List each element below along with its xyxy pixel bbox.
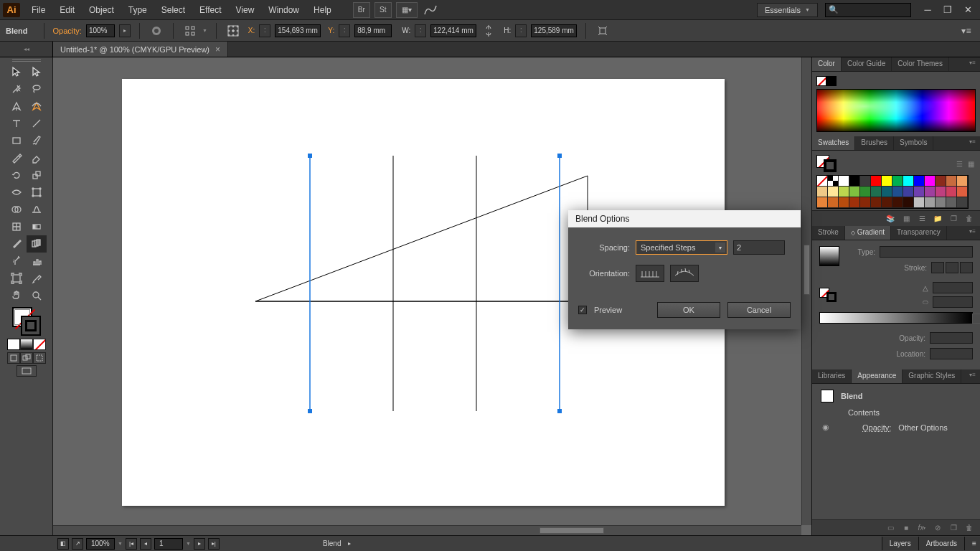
swatch[interactable] <box>860 197 871 208</box>
shape-builder-tool[interactable] <box>6 201 27 218</box>
width-tool[interactable] <box>6 184 27 201</box>
swatch[interactable] <box>903 176 914 187</box>
status-icon-2[interactable]: ↗ <box>72 538 83 550</box>
swatch[interactable] <box>946 197 957 208</box>
add-effect-icon[interactable]: fx▾ <box>917 523 927 533</box>
tab-color-guide[interactable]: Color Guide <box>842 57 892 71</box>
menu-type[interactable]: Type <box>121 3 154 17</box>
swatch[interactable] <box>914 197 925 208</box>
tab-stroke[interactable]: Stroke <box>812 226 845 240</box>
appearance-contents-label[interactable]: Contents <box>848 408 880 417</box>
stroke-align-2[interactable] <box>946 262 958 273</box>
stroke-align-3[interactable] <box>960 262 973 273</box>
panel-menu-icon[interactable]: ▾≡ <box>965 57 980 71</box>
tab-symbols[interactable]: Symbols <box>894 136 933 150</box>
swatch[interactable] <box>860 187 871 197</box>
column-graph-tool[interactable] <box>27 253 47 270</box>
swatch[interactable] <box>817 176 828 187</box>
artboard-tool[interactable] <box>6 270 27 287</box>
symbol-sprayer-tool[interactable] <box>6 253 27 270</box>
gradient-tool[interactable] <box>27 218 47 235</box>
swatch-grid[interactable] <box>816 175 969 209</box>
color-stroke-swatch[interactable] <box>826 76 837 86</box>
artboard-number-field[interactable]: 1 <box>154 538 183 550</box>
visibility-icon[interactable]: ◉ <box>821 423 831 432</box>
gradient-aspect-field[interactable] <box>933 296 973 308</box>
menu-object[interactable]: Object <box>82 3 121 17</box>
pen-tool[interactable] <box>6 98 27 115</box>
isolate-icon[interactable] <box>595 23 611 39</box>
menu-select[interactable]: Select <box>154 3 192 17</box>
tab-swatches[interactable]: Swatches <box>812 136 855 150</box>
stroke-align-1[interactable] <box>931 262 944 273</box>
gradient-location-field[interactable] <box>930 348 973 359</box>
opacity-field[interactable]: 100% <box>86 24 115 37</box>
swatch[interactable] <box>946 187 957 197</box>
clear-appearance-icon[interactable]: ⊘ <box>933 523 943 533</box>
opacity-dropdown-button[interactable]: ▸ <box>119 24 131 37</box>
tab-transparency[interactable]: Transparency <box>891 226 947 240</box>
horizontal-scrollbar[interactable] <box>53 525 801 535</box>
last-artboard-button[interactable]: ▸| <box>208 538 220 550</box>
constrain-proportions-icon[interactable] <box>481 23 496 39</box>
swatch[interactable] <box>871 197 882 208</box>
stock-icon[interactable]: St <box>374 2 392 18</box>
none-mode-button[interactable] <box>33 339 46 350</box>
slice-tool[interactable] <box>27 270 47 287</box>
menu-view[interactable]: View <box>229 3 262 17</box>
swatch[interactable] <box>925 176 936 187</box>
pencil-tool[interactable] <box>6 149 27 166</box>
lasso-tool[interactable] <box>27 80 47 98</box>
fill-stroke-control[interactable] <box>11 306 42 337</box>
h-stepper[interactable]: ⁚ <box>515 24 527 37</box>
list-view-icon[interactable]: ☰ <box>954 159 964 169</box>
spacing-select[interactable]: Specified Steps ▼ <box>636 240 727 255</box>
orientation-align-page-button[interactable] <box>636 265 664 282</box>
menu-effect[interactable]: Effect <box>192 3 228 17</box>
swatches-fill-stroke[interactable] <box>816 155 837 172</box>
gradient-preview[interactable] <box>819 246 839 266</box>
swatch[interactable] <box>828 197 839 208</box>
delete-item-icon[interactable]: 🗑 <box>964 523 974 533</box>
first-artboard-button[interactable]: |◂ <box>126 538 137 550</box>
duplicate-item-icon[interactable]: ❐ <box>948 523 958 533</box>
w-stepper[interactable]: ⁚ <box>415 24 426 37</box>
rotate-tool[interactable] <box>6 166 27 184</box>
eyedropper-tool[interactable] <box>6 235 27 253</box>
line-tool[interactable] <box>27 115 47 132</box>
paintbrush-tool[interactable] <box>27 132 47 149</box>
thumbnail-view-icon[interactable]: ▦ <box>966 159 976 169</box>
swatch[interactable] <box>860 176 871 187</box>
gradient-opacity-field[interactable] <box>930 332 973 344</box>
tab-color-themes[interactable]: Color Themes <box>892 57 949 71</box>
tab-layers[interactable]: Layers <box>882 537 918 550</box>
swatch[interactable] <box>839 176 849 187</box>
control-bar-menu-icon[interactable]: ▾≡ <box>958 23 974 39</box>
screen-mode-button[interactable] <box>17 365 37 377</box>
swatch[interactable] <box>936 176 946 187</box>
menu-help[interactable]: Help <box>306 3 339 17</box>
x-field[interactable]: 154,693 mm <box>275 24 321 37</box>
color-fill-swatch[interactable] <box>816 76 826 86</box>
tab-appearance[interactable]: Appearance <box>852 369 903 383</box>
stroke-swatch[interactable] <box>21 316 41 336</box>
color-mode-button[interactable] <box>7 339 20 350</box>
swatch[interactable] <box>882 187 892 197</box>
panel-menu-icon[interactable]: ▾≡ <box>965 369 980 383</box>
blend-tool[interactable] <box>27 235 47 253</box>
document-tab[interactable]: Untitled-1* @ 100% (CMYK/GPU Preview) × <box>53 42 228 57</box>
swatch[interactable] <box>925 197 936 208</box>
scale-tool[interactable] <box>27 166 47 184</box>
menu-window[interactable]: Window <box>261 3 306 17</box>
swatch[interactable] <box>957 197 968 208</box>
tools-collapse-handle[interactable]: ◂◂ <box>0 42 53 57</box>
appearance-opacity-label[interactable]: Opacity: <box>862 423 891 432</box>
swatch[interactable] <box>849 197 860 208</box>
orientation-align-path-button[interactable] <box>670 265 699 282</box>
delete-swatch-icon[interactable]: 🗑 <box>964 214 974 224</box>
window-close-button[interactable]: ✕ <box>958 4 977 17</box>
swatch[interactable] <box>925 187 936 197</box>
gpu-icon[interactable] <box>422 2 439 18</box>
y-stepper[interactable]: ⁚ <box>339 24 350 37</box>
swatch[interactable] <box>839 187 849 197</box>
